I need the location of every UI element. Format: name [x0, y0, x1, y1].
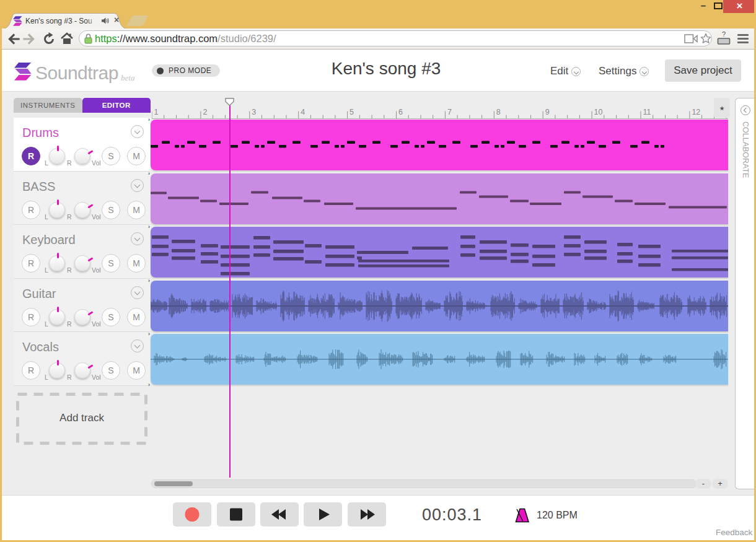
- region-handle-icon[interactable]: ›: [148, 331, 153, 336]
- song-title[interactable]: Ken's song #3: [169, 59, 603, 79]
- bpm-label[interactable]: 120 BPM: [537, 510, 578, 521]
- collapse-chevron-icon[interactable]: [741, 105, 750, 115]
- svg-text:12: 12: [692, 108, 700, 116]
- track-lanes: ››››››: [151, 120, 728, 387]
- timeline-ruler[interactable]: 123456789101112: [152, 98, 728, 119]
- mute-button[interactable]: M: [127, 254, 146, 273]
- scrollbar-thumb[interactable]: [154, 481, 193, 486]
- window-minimize-button[interactable]: –: [694, 0, 713, 13]
- horizontal-scrollbar[interactable]: [151, 479, 697, 488]
- svg-text:11: 11: [643, 108, 651, 116]
- mute-button[interactable]: M: [127, 147, 146, 165]
- playhead-line[interactable]: [229, 104, 231, 478]
- pan-knob[interactable]: [49, 309, 65, 325]
- back-button[interactable]: [6, 31, 22, 47]
- bookmark-star-icon[interactable]: [700, 33, 711, 44]
- record-arm-button[interactable]: R: [22, 201, 40, 219]
- record-arm-button[interactable]: R: [22, 308, 40, 326]
- play-button[interactable]: [304, 502, 342, 527]
- track-card-vocals[interactable]: VocalsRLRVolSM: [14, 332, 151, 386]
- pan-knob[interactable]: [49, 362, 65, 378]
- stop-button[interactable]: [217, 502, 255, 527]
- track-collapse-chevron-icon[interactable]: [131, 339, 144, 352]
- region-handle-icon[interactable]: ›: [148, 117, 153, 122]
- region-handle-icon[interactable]: ›: [148, 382, 153, 387]
- volume-knob[interactable]: [74, 148, 90, 164]
- record-button[interactable]: [173, 502, 211, 527]
- browser-tab[interactable]: Ken's song #3 - Sou ×: [4, 13, 126, 28]
- volume-knob[interactable]: [74, 362, 90, 378]
- record-arm-button[interactable]: R: [22, 361, 40, 380]
- region-handle-icon[interactable]: ›: [148, 224, 153, 229]
- mute-button[interactable]: M: [127, 361, 146, 380]
- logo-beta-label: beta: [121, 73, 134, 83]
- volume-knob[interactable]: [74, 309, 90, 325]
- collaborate-panel[interactable]: COLLABORATE: [735, 98, 754, 489]
- zoom-in-button[interactable]: +: [712, 479, 728, 489]
- tab-editor[interactable]: EDITOR: [82, 98, 151, 113]
- track-collapse-chevron-icon[interactable]: [131, 232, 144, 245]
- tab-instruments[interactable]: INSTRUMENTS: [14, 98, 82, 113]
- solo-button[interactable]: S: [102, 361, 120, 380]
- pan-knob[interactable]: [49, 202, 65, 218]
- add-track-button[interactable]: Add track: [16, 393, 147, 445]
- fast-forward-button[interactable]: [348, 502, 386, 527]
- track-card-bass[interactable]: BASSRLRVolSM: [14, 172, 151, 225]
- rewind-button[interactable]: [260, 502, 299, 527]
- timeline-overflow-button[interactable]: *: [714, 98, 730, 118]
- region-drums[interactable]: [151, 120, 728, 170]
- zoom-out-button[interactable]: -: [695, 479, 711, 489]
- window-close-button[interactable]: ×: [723, 0, 756, 13]
- https-lock-icon[interactable]: [84, 33, 92, 44]
- pan-knob[interactable]: [49, 255, 65, 271]
- url-text[interactable]: https://www.soundtrap.com/studio/6239/: [95, 33, 276, 45]
- feedback-link[interactable]: Feedback: [716, 528, 752, 537]
- solo-button[interactable]: S: [102, 308, 120, 326]
- record-arm-button[interactable]: R: [22, 147, 40, 165]
- volume-label: Vol: [92, 213, 101, 221]
- region-handle-icon[interactable]: ›: [148, 278, 153, 283]
- forward-button[interactable]: [21, 31, 37, 47]
- track-card-guitar[interactable]: GuitarRLRVolSM: [14, 279, 151, 333]
- volume-label: Vol: [92, 159, 101, 167]
- volume-label: Vol: [92, 374, 101, 381]
- solo-button[interactable]: S: [102, 201, 120, 219]
- solo-button[interactable]: S: [102, 254, 120, 273]
- browser-menu-icon[interactable]: [737, 34, 749, 43]
- region-guitar[interactable]: [151, 281, 728, 331]
- track-name: Keyboard: [22, 233, 76, 247]
- save-project-button[interactable]: Save project: [665, 59, 741, 82]
- track-collapse-chevron-icon[interactable]: [131, 179, 144, 192]
- pan-left-label: L: [45, 159, 48, 167]
- pan-left-label: L: [45, 266, 48, 274]
- tab-close-icon[interactable]: ×: [112, 16, 121, 25]
- track-card-drums[interactable]: DrumsRLRVolSM: [14, 118, 151, 172]
- record-arm-button[interactable]: R: [22, 254, 40, 273]
- mute-button[interactable]: M: [127, 201, 146, 219]
- track-collapse-chevron-icon[interactable]: [131, 286, 144, 299]
- reload-button[interactable]: [41, 31, 57, 47]
- volume-knob[interactable]: [74, 255, 90, 271]
- region-bass[interactable]: [151, 173, 728, 224]
- logo-wordmark[interactable]: Soundtrap: [35, 63, 118, 84]
- home-button[interactable]: [59, 31, 75, 47]
- soundtrap-app: Soundtrap beta PRO MODE Ken's song #3 Ed…: [2, 50, 754, 540]
- volume-knob[interactable]: [74, 202, 90, 218]
- playhead-marker[interactable]: [225, 97, 234, 105]
- settings-menu[interactable]: Settings: [599, 65, 649, 77]
- camera-icon[interactable]: [684, 34, 698, 43]
- soundtrap-logo-icon[interactable]: [14, 63, 32, 81]
- extension-icon[interactable]: ?: [717, 30, 731, 46]
- region-keyboard[interactable]: [151, 227, 728, 278]
- pan-knob[interactable]: [49, 148, 65, 164]
- window-maximize-button[interactable]: [714, 2, 723, 9]
- track-card-keyboard[interactable]: KeyboardRLRVolSM: [14, 225, 151, 279]
- region-vocals[interactable]: [151, 334, 728, 385]
- region-handle-icon[interactable]: ›: [148, 171, 153, 176]
- track-collapse-chevron-icon[interactable]: [131, 125, 144, 138]
- solo-button[interactable]: S: [102, 147, 120, 165]
- metronome-icon[interactable]: [514, 508, 531, 523]
- edit-menu[interactable]: Edit: [550, 65, 581, 77]
- svg-text:3: 3: [252, 108, 256, 116]
- mute-button[interactable]: M: [127, 308, 146, 326]
